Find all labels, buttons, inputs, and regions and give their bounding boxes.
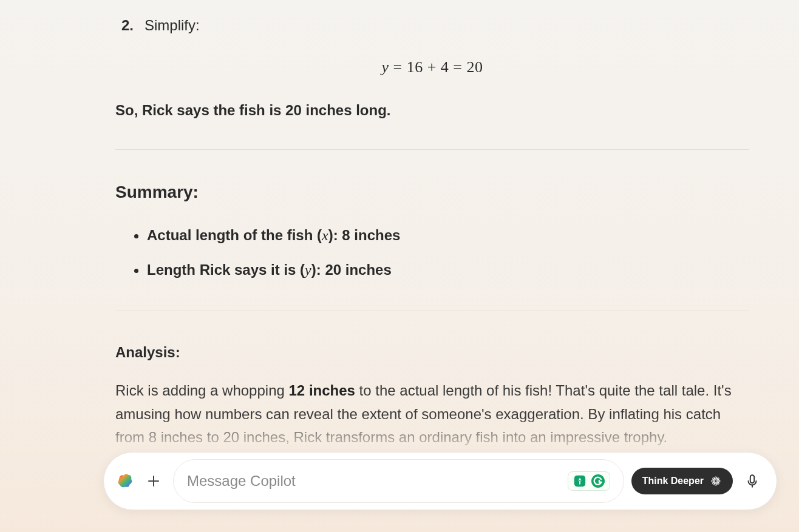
svg-point-8 (712, 480, 713, 482)
equation-expr: = 16 + 4 = 20 (389, 58, 483, 76)
svg-point-5 (715, 480, 718, 483)
analysis-pre: Rick is adding a whopping (115, 382, 289, 399)
summary-heading: Summary: (115, 183, 749, 202)
think-deeper-label: Think Deeper (642, 476, 704, 487)
svg-rect-14 (750, 475, 755, 483)
step-number: 2. (115, 17, 134, 34)
equation: y = 16 + 4 = 20 (115, 58, 749, 76)
equation-var: y (381, 58, 389, 76)
summary-item-prefix: Actual length of the fish ( (147, 227, 322, 243)
list-item: Length Rick says it is (y): 20 inches (147, 260, 749, 281)
message-field-wrap (173, 459, 624, 503)
summary-item-prefix: Length Rick says it is ( (147, 261, 305, 278)
extension-badges (568, 471, 610, 491)
analysis-emph: 12 inches (289, 382, 355, 399)
conclusion-text: So, Rick says the fish is 20 inches long… (115, 102, 749, 119)
message-content: 2. Simplify: y = 16 + 4 = 20 So, Rick sa… (115, 0, 749, 449)
add-button[interactable] (141, 469, 166, 493)
message-input[interactable] (187, 473, 568, 490)
svg-point-4 (591, 474, 605, 488)
list-item: Actual length of the fish (x): 8 inches (147, 225, 749, 246)
grammarly-icon[interactable] (590, 473, 606, 489)
summary-item-suffix: ): 8 inches (328, 227, 401, 243)
grammarly-tone-icon[interactable] (572, 473, 588, 489)
microphone-button[interactable] (740, 469, 764, 493)
summary-item-suffix: ): 20 inches (311, 261, 392, 278)
divider (115, 149, 749, 150)
input-bar: Think Deeper (103, 452, 777, 510)
sparkle-icon (710, 475, 722, 487)
svg-point-13 (717, 482, 719, 484)
step-row: 2. Simplify: (115, 17, 749, 34)
summary-list: Actual length of the fish (x): 8 inches … (115, 225, 749, 280)
svg-point-9 (718, 480, 720, 482)
summary-item-var: x (322, 227, 328, 243)
think-deeper-button[interactable]: Think Deeper (631, 468, 733, 494)
divider (115, 311, 749, 311)
svg-rect-3 (579, 481, 580, 485)
step-label: Simplify: (144, 17, 200, 34)
copilot-logo-icon (116, 472, 134, 490)
analysis-paragraph: Rick is adding a whopping 12 inches to t… (115, 379, 735, 449)
svg-point-10 (713, 478, 715, 480)
analysis-heading: Analysis: (115, 344, 749, 361)
svg-point-6 (715, 477, 716, 479)
svg-point-7 (715, 483, 716, 485)
svg-point-12 (713, 482, 715, 484)
svg-point-11 (717, 478, 719, 480)
summary-item-var: y (305, 262, 311, 278)
